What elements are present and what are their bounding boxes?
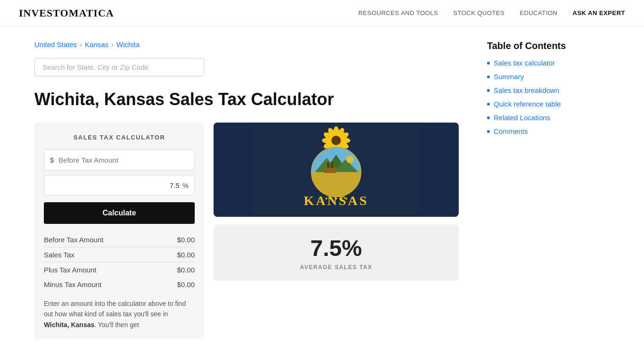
toc-link-calc[interactable]: Sales tax calculator [494,59,555,67]
header: INVESTOMATICA RESOURCES AND TOOLS STOCK … [0,0,644,26]
toc-item-calc: Sales tax calculator [487,59,610,67]
toc-item-summary: Summary [487,73,610,81]
kansas-flag-card: ✦ ✦ ✦ ✦ ✦ KANSAS [214,123,459,217]
toc-link-breakdown[interactable]: Sales tax breakdown [494,86,559,94]
toc-link-ref[interactable]: Quick reference table [494,100,561,108]
calc-flag-grid: SALES TAX CALCULATOR $ 7.5 % Calculate B… [34,123,459,339]
result-row-sales-tax: Sales Tax $0.00 [44,247,195,262]
toc-bullet-summary [487,75,490,78]
breadcrumb-sep2: › [111,41,114,49]
result-value-before: $0.00 [177,236,195,244]
toc-bullet-related [487,116,490,119]
logo[interactable]: INVESTOMATICA [19,7,114,19]
result-row-plus: Plus Tax Amount $0.00 [44,262,195,277]
nav-education[interactable]: EDUCATION [520,9,557,16]
svg-point-13 [331,136,341,145]
flag-column: ✦ ✦ ✦ ✦ ✦ KANSAS 7.5% AVERAGE SALES TAX [214,123,459,281]
toc-link-summary[interactable]: Summary [494,73,524,81]
page-title: Wichita, Kansas Sales Tax Calculator [34,90,459,109]
result-row-before-tax: Before Tax Amount $0.00 [44,232,195,247]
nav-stock-quotes[interactable]: STOCK QUOTES [453,9,504,16]
toc-item-ref-table: Quick reference table [487,100,610,108]
result-row-minus: Minus Tax Amount $0.00 [44,277,195,292]
nav-resources[interactable]: RESOURCES AND TOOLS [358,9,438,16]
dollar-prefix: $ [50,156,54,164]
amount-input[interactable] [58,156,189,164]
results-table: Before Tax Amount $0.00 Sales Tax $0.00 … [44,232,195,292]
tax-rate-row: 7.5 % [44,175,195,196]
breadcrumb-wichita[interactable]: Wichita [116,41,140,49]
toc-list: Sales tax calculator Summary Sales tax b… [487,59,610,135]
calc-title: SALES TAX CALCULATOR [44,134,195,141]
content-area: United States › Kansas › Wichita Wichita… [34,26,487,339]
breadcrumb: United States › Kansas › Wichita [34,41,459,49]
svg-rect-21 [331,162,333,168]
breadcrumb-kansas[interactable]: Kansas [85,41,108,49]
tax-rate-value: 7.5 [170,181,180,189]
result-value-plus: $0.00 [177,266,195,274]
result-value-minus: $0.00 [177,280,195,288]
result-label-tax: Sales Tax [44,251,74,259]
result-label-plus: Plus Tax Amount [44,266,96,274]
calculator-card: SALES TAX CALCULATOR $ 7.5 % Calculate B… [34,123,204,339]
result-label-before: Before Tax Amount [44,236,103,244]
main-nav: RESOURCES AND TOOLS STOCK QUOTES EDUCATI… [358,9,625,16]
state-name-label: KANSAS [304,193,369,208]
toc-bullet-breakdown [487,89,490,92]
svg-rect-19 [323,167,337,173]
amount-input-row: $ [44,149,195,170]
toc-bullet-comments [487,130,490,133]
toc-link-comments[interactable]: Comments [494,127,528,135]
nav-ask-expert[interactable]: ASK AN EXPERT [573,9,625,16]
description-text: Enter an amount into the calculator abov… [44,298,195,330]
svg-point-18 [346,156,354,163]
result-label-minus: Minus Tax Amount [44,280,101,288]
toc-item-related: Related Locations [487,114,610,122]
toc-item-breakdown: Sales tax breakdown [487,86,610,94]
main-wrapper: United States › Kansas › Wichita Wichita… [16,26,628,339]
sidebar: Table of Contents Sales tax calculator S… [487,26,610,339]
toc-bullet-ref [487,103,490,106]
toc-bullet-calc [487,62,490,65]
search-input[interactable] [34,58,204,76]
breadcrumb-us[interactable]: United States [34,41,77,49]
toc-item-comments: Comments [487,127,610,135]
percent-sign: % [182,181,189,189]
tax-rate-card-label: AVERAGE SALES TAX [300,264,372,271]
result-value-tax: $0.00 [177,251,195,259]
breadcrumb-sep1: › [80,41,82,49]
tax-rate-number: 7.5% [310,235,362,261]
toc-link-related[interactable]: Related Locations [494,114,550,122]
calculate-button[interactable]: Calculate [44,202,195,224]
svg-rect-20 [327,163,329,168]
tax-rate-card: 7.5% AVERAGE SALES TAX [214,224,459,281]
toc-title: Table of Contents [487,41,610,51]
